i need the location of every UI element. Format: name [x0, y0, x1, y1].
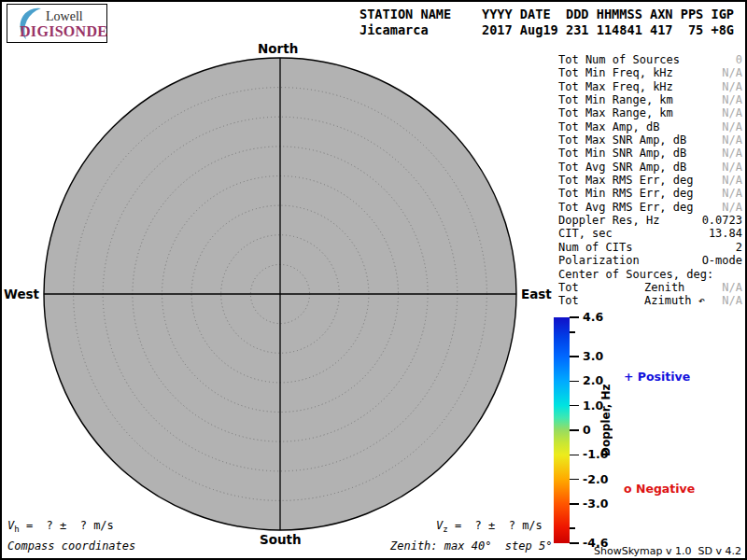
stat-value: N/A	[722, 281, 742, 294]
stat-row: Tot Min SNR Amp, dBN/A	[558, 147, 742, 160]
stat-value: N/A	[722, 174, 742, 187]
stat-mid-label: Zenith	[644, 281, 684, 294]
stat-label: Tot Num of Sources	[558, 53, 680, 66]
showskymap-window: Lowell DIGISONDE STATION NAME YYYY DATE …	[0, 0, 747, 560]
stat-label: Tot Avg SNR Amp, dB	[558, 161, 686, 174]
stat-value: 2	[736, 241, 742, 254]
vh-readout: Vh = ? ± ? m/s	[7, 519, 114, 532]
stat-row: Tot Avg RMS Err, degN/A	[558, 201, 742, 214]
compass-label-east: East	[521, 287, 552, 301]
compass-label-north: North	[258, 41, 298, 56]
stat-value: N/A	[722, 201, 742, 214]
logo-digisonde-text: DIGISONDE	[20, 23, 107, 40]
stat-label: Polarization	[558, 254, 640, 267]
colorbar-tick-label: 4.6	[583, 310, 603, 324]
stat-row: Tot Max SNR Amp, dBN/A	[558, 133, 742, 147]
stat-label: Tot Min Range, km	[558, 93, 673, 106]
vz-readout: Vz = ? ± ? m/s	[436, 519, 543, 532]
stat-value: 13.84	[709, 227, 742, 240]
stat-value: 0	[736, 53, 742, 66]
stat-value: N/A	[722, 294, 742, 307]
stat-row: Tot Num of Sources0	[558, 53, 742, 66]
stat-label: CIT, sec	[558, 227, 613, 240]
stat-label: Tot Max Freq, kHz	[558, 80, 673, 93]
stat-value: N/A	[722, 106, 742, 119]
version-label: ShowSkymap v 1.0 SD v 4.2	[594, 545, 741, 557]
stat-row: Tot Max Range, kmN/A	[558, 106, 742, 119]
colorbar-tick	[570, 381, 579, 383]
stat-value: N/A	[722, 80, 742, 93]
colorbar-gradient	[554, 317, 570, 543]
vh-value: = ? ± ? m/s	[20, 519, 114, 532]
header-line-1: STATION NAME YYYY DATE DDD HHMMSS AXN PP…	[359, 7, 734, 21]
header-line-2: Jicamarca 2017 Aug19 231 114841 417 75 +…	[359, 22, 734, 37]
stat-label: Tot	[558, 294, 579, 307]
stat-row: Tot Max RMS Err, degN/A	[558, 174, 742, 187]
stat-row: Tot Avg SNR Amp, dBN/A	[558, 161, 742, 174]
colorbar-tick-label: 3.0	[583, 349, 603, 363]
colorbar-tick	[570, 429, 579, 431]
vz-value: = ? ± ? m/s	[448, 519, 543, 532]
stat-value: N/A	[722, 66, 742, 79]
colorbar-tick	[570, 356, 579, 357]
logo-lowell-text: Lowell	[46, 9, 83, 24]
stat-mid-label: Azimuth ↶	[644, 294, 705, 307]
stat-row: Tot Min Freq, kHzN/A	[558, 66, 742, 79]
stat-row: Tot Max Amp, dBN/A	[558, 120, 742, 133]
compass-label-south: South	[260, 532, 302, 547]
stat-value: O-mode	[702, 254, 742, 267]
digisonde-logo: Lowell DIGISONDE	[7, 4, 107, 43]
stat-row: TotZenithN/A	[558, 281, 742, 294]
coordinate-mode-label: Compass coordinates	[7, 539, 135, 553]
colorbar-tick	[570, 455, 579, 456]
colorbar-tick	[570, 503, 579, 505]
zenith-range-label: Zenith: max 40° step 5°	[390, 539, 552, 553]
negative-legend: o Negative	[624, 482, 695, 496]
stat-value: N/A	[722, 161, 742, 174]
stat-value: N/A	[722, 133, 742, 147]
stat-value: N/A	[722, 187, 742, 200]
stat-label: Tot Avg RMS Err, deg	[558, 201, 694, 214]
stat-row: Doppler Res, Hz0.0723	[558, 214, 742, 227]
stat-row: CIT, sec13.84	[558, 227, 742, 240]
stat-label: Tot Min Freq, kHz	[558, 66, 673, 79]
stat-row: Tot Min Range, kmN/A	[558, 93, 742, 106]
stat-label: Tot Min RMS Err, deg	[558, 187, 694, 200]
compass-label-west: West	[4, 287, 39, 301]
stat-label: Tot Max SNR Amp, dB	[558, 133, 686, 147]
stat-label: Tot Max RMS Err, deg	[558, 174, 694, 187]
stat-value: N/A	[722, 120, 742, 133]
colorbar-tick-label: 0	[583, 423, 591, 437]
colorbar-tick	[570, 331, 575, 333]
stat-row: Num of CITs2	[558, 241, 742, 254]
stat-row: Tot Min RMS Err, degN/A	[558, 187, 742, 200]
colorbar-tick-label: -3.0	[583, 497, 608, 511]
stat-label: Tot Min SNR Amp, dB	[558, 147, 686, 160]
positive-legend: + Positive	[624, 370, 690, 384]
stat-value: N/A	[722, 147, 742, 160]
stats-panel: Tot Num of Sources0Tot Min Freq, kHzN/AT…	[558, 53, 742, 308]
stat-label: Tot	[558, 281, 579, 294]
stat-row: Center of Sources, deg:	[558, 268, 742, 281]
colorbar-tick	[570, 316, 579, 318]
colorbar-tick	[570, 542, 579, 544]
stat-row: TotAzimuth ↶N/A	[558, 294, 742, 307]
stat-label: Tot Max Range, km	[558, 106, 673, 119]
colorbar-tick	[570, 479, 579, 481]
stat-label: Center of Sources, deg:	[558, 268, 713, 281]
colorbar-tick	[570, 527, 575, 529]
colorbar-tick	[570, 405, 579, 407]
stat-value: 0.0723	[702, 214, 742, 227]
stat-label: Tot Max Amp, dB	[558, 120, 659, 133]
stat-label: Num of CITs	[558, 241, 632, 254]
stat-row: PolarizationO-mode	[558, 254, 742, 267]
stat-value: N/A	[722, 93, 742, 106]
stat-row: Tot Max Freq, kHzN/A	[558, 80, 742, 93]
colorbar-tick-label: -2.0	[583, 472, 608, 486]
colorbar-axis-label: Doppler, Hz	[599, 367, 613, 456]
stat-label: Doppler Res, Hz	[558, 214, 659, 227]
